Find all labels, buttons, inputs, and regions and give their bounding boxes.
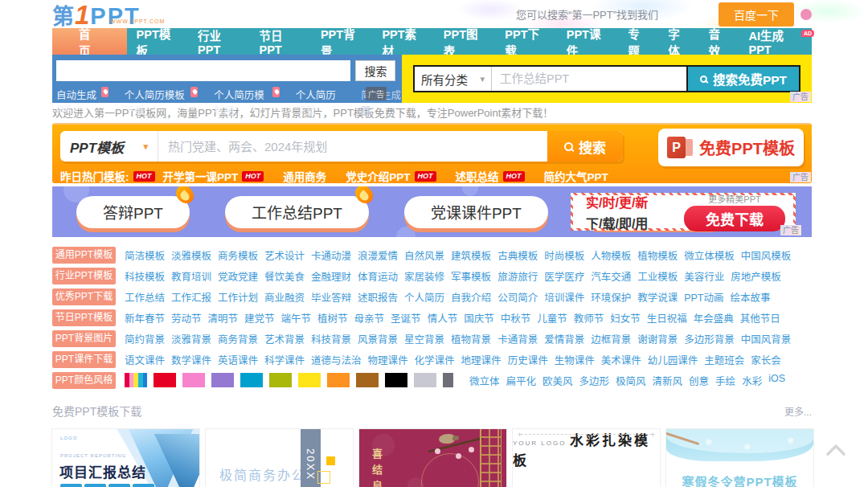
quick-link[interactable]: 个人简历下载: [296, 87, 345, 117]
color-swatch[interactable]: [182, 373, 205, 387]
nav-item[interactable]: PPT课件: [557, 28, 618, 55]
category-link[interactable]: 教师节: [574, 310, 604, 325]
category-link[interactable]: 清明节: [208, 310, 239, 325]
nav-item[interactable]: PPT下载: [496, 28, 557, 55]
category-link[interactable]: 生物课件: [555, 352, 595, 367]
category-link[interactable]: 卡通动漫: [311, 248, 351, 263]
category-link[interactable]: 情人节: [428, 310, 458, 325]
category-link[interactable]: 语文课件: [125, 352, 165, 367]
category-link[interactable]: 边框背景: [591, 331, 631, 346]
style-link[interactable]: iOS: [768, 373, 785, 388]
category-link[interactable]: 家居装修: [404, 268, 444, 284]
category-link[interactable]: 环境保护: [591, 289, 631, 305]
category-link[interactable]: 房地产模板: [731, 268, 781, 284]
category-link[interactable]: 淡雅背景: [171, 331, 211, 346]
nav-item[interactable]: PPT模板: [127, 28, 188, 55]
color-swatch[interactable]: [414, 373, 436, 387]
category-link[interactable]: 自我介绍: [451, 289, 491, 305]
category-link[interactable]: 古典模板: [497, 248, 538, 263]
category-link[interactable]: 体育运动: [358, 268, 398, 284]
color-swatch[interactable]: [269, 373, 292, 387]
quick-link[interactable]: 自动生成ppt: [56, 87, 108, 117]
quick-link[interactable]: 个人简历模板下载: [125, 87, 199, 117]
category-link[interactable]: 幼儿园课件: [648, 352, 698, 367]
category-label[interactable]: PPT背景图片: [52, 330, 116, 347]
category-label[interactable]: 行业PPT模板: [52, 268, 116, 284]
nav-item[interactable]: 首页: [52, 28, 127, 55]
category-link[interactable]: 劳动节: [171, 310, 202, 325]
category-link[interactable]: 中国风模板: [741, 248, 792, 263]
site-search-input[interactable]: [56, 60, 350, 81]
color-swatch[interactable]: [298, 373, 321, 387]
category-label[interactable]: 通用PPT模板: [52, 247, 116, 264]
category-link[interactable]: 多边形背景: [684, 331, 735, 346]
category-link[interactable]: 金融理财: [311, 268, 351, 284]
free-ppt-templates-link[interactable]: P 免费PPT模板: [658, 129, 804, 166]
template-card-project-report[interactable]: LOGO PROJECT REPORTING 项目汇报总结: [52, 429, 199, 487]
color-swatch[interactable]: [327, 373, 350, 387]
category-link[interactable]: 妇女节: [610, 310, 641, 325]
category-link[interactable]: 工业模板: [637, 268, 678, 284]
category-link[interactable]: 植物模板: [637, 248, 678, 263]
category-link[interactable]: 历史课件: [508, 352, 548, 367]
category-link[interactable]: 艺术设计: [264, 248, 305, 263]
hot-template-link[interactable]: 开学第一课PPT HOT: [163, 168, 264, 184]
category-link[interactable]: 工作总结: [125, 289, 165, 305]
category-link[interactable]: 风景背景: [358, 331, 398, 346]
category-link[interactable]: 科学课件: [264, 352, 305, 367]
style-link[interactable]: 极简风: [616, 373, 646, 388]
category-link[interactable]: 科技模板: [125, 268, 165, 284]
category-link[interactable]: 道德与法治: [311, 352, 362, 367]
category-link[interactable]: 数学课件: [171, 352, 211, 367]
category-link[interactable]: 建筑模板: [451, 248, 491, 263]
category-label[interactable]: PPT颜色风格: [52, 372, 116, 389]
category-label[interactable]: PPT课件下载: [52, 351, 116, 368]
nav-item[interactable]: PPT素材: [373, 28, 434, 55]
category-link[interactable]: 微立体模板: [684, 248, 735, 263]
color-swatch[interactable]: [356, 373, 379, 387]
banner-search-button[interactable]: 搜索: [547, 131, 623, 162]
category-link[interactable]: 汽车交通: [591, 268, 631, 284]
style-link[interactable]: 手绘: [715, 373, 735, 388]
color-swatch[interactable]: [443, 373, 453, 387]
category-link[interactable]: 家长会: [751, 352, 781, 367]
color-swatch[interactable]: [240, 373, 263, 387]
nav-item[interactable]: PPT背景: [311, 28, 372, 55]
category-link[interactable]: 绘本故事: [731, 289, 771, 305]
category-label[interactable]: 优秀PPT下载: [52, 289, 116, 305]
style-link[interactable]: 欧美风: [542, 373, 573, 388]
category-link[interactable]: 年会盛典: [694, 310, 734, 325]
category-link[interactable]: 英语课件: [218, 352, 258, 367]
category-link[interactable]: 物理课件: [368, 352, 408, 367]
baidu-search-button[interactable]: 百度一下: [719, 2, 794, 27]
hot-template-link[interactable]: 述职总结 HOT: [456, 168, 525, 184]
category-link[interactable]: 旅游旅行: [497, 268, 538, 284]
category-link[interactable]: 中国风背景: [741, 331, 792, 346]
promo-pill-button[interactable]: 工作总结PPT: [225, 196, 369, 228]
category-link[interactable]: 儿童节: [537, 310, 567, 325]
category-link[interactable]: 医学医疗: [544, 268, 584, 284]
category-link[interactable]: 军事模板: [451, 268, 491, 284]
category-link[interactable]: 述职报告: [358, 289, 398, 305]
category-link[interactable]: 圣诞节: [391, 310, 421, 325]
category-link[interactable]: 人物模板: [591, 248, 631, 263]
nav-item[interactable]: PPT图表: [434, 28, 495, 55]
category-label[interactable]: 节日PPT模板: [52, 309, 116, 326]
style-link[interactable]: 微立体: [469, 373, 500, 388]
template-card-watercolor-tiedye[interactable]: + + YOUR LOGO 水彩扎染模板: [513, 429, 660, 487]
nav-item[interactable]: 行业PPT: [189, 28, 250, 55]
category-link[interactable]: 教学说课: [637, 289, 678, 305]
category-link[interactable]: 工作汇报: [171, 289, 211, 305]
category-link[interactable]: 地理课件: [461, 352, 502, 367]
category-link[interactable]: 美术课件: [601, 352, 641, 367]
category-link[interactable]: 简洁模板: [125, 248, 165, 263]
style-link[interactable]: 扁平化: [506, 373, 537, 388]
category-link[interactable]: 商务背景: [218, 331, 258, 346]
category-link[interactable]: 国庆节: [464, 310, 494, 325]
back-to-top-button[interactable]: [825, 442, 847, 460]
category-link[interactable]: 化学课件: [415, 352, 455, 367]
template-card-chinese-wedding[interactable]: 喜结良缘: [359, 429, 506, 487]
nav-item[interactable]: AI生成PPT AD: [739, 28, 812, 55]
category-link[interactable]: 淡雅模板: [171, 248, 211, 263]
category-link[interactable]: 商务模板: [218, 248, 258, 263]
